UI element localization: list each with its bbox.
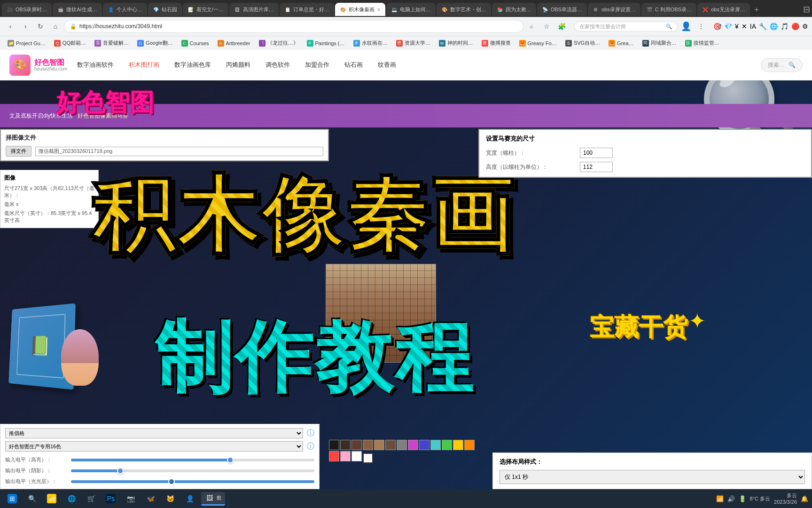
bookmark-dragon[interactable]: 《 《龙过往…》 — [255, 38, 302, 49]
width-input[interactable] — [580, 148, 613, 158]
star-button[interactable]: ☆ — [540, 20, 554, 33]
tab-housezhitu[interactable]: 🎨 积木像秦画 ✕ — [335, 3, 385, 16]
bookmark-project[interactable]: 📁 Project Gu… — [4, 38, 49, 49]
color-swatch-pink[interactable] — [340, 451, 351, 461]
taskbar-user[interactable]: 👤 — [181, 492, 198, 505]
taskbar-cat[interactable]: 🐱 — [162, 492, 179, 505]
profile-button[interactable]: 👤 — [679, 20, 693, 33]
secondary-search[interactable]: 在家报考注册会计师 🔍 — [574, 22, 678, 32]
layout-select[interactable]: 仅 1x1 秒 — [500, 470, 805, 484]
settings-button[interactable]: ⋮ — [695, 20, 708, 33]
taskbar-active-app[interactable]: 🖼 图 — [201, 492, 225, 506]
height-input[interactable] — [580, 162, 613, 172]
volume-tray-icon[interactable]: 🔊 — [727, 495, 735, 502]
bookmark-water[interactable]: 水 水纹画在… — [350, 38, 391, 49]
taskbar-file-explorer[interactable]: 📁 — [43, 492, 60, 505]
bookmark-artbreeder[interactable]: A Artbreeder — [214, 38, 254, 49]
bookmark-grea[interactable]: 🦊 Grea… — [605, 38, 637, 49]
forward-button[interactable]: › — [19, 20, 32, 33]
new-tab-button[interactable]: ＋ — [753, 5, 760, 15]
back-button[interactable]: ‹ — [4, 20, 17, 33]
ext-icon-10[interactable]: ⚙ — [802, 23, 808, 30]
tab-obs[interactable]: 🎥 OBS录屏时… — [2, 3, 52, 16]
taskbar-search[interactable]: 🔍 — [23, 492, 40, 505]
bookmark-greasy[interactable]: 🦊 Greasy Fo… — [515, 38, 561, 49]
taskbar-butterfly[interactable]: 🦋 — [142, 492, 159, 505]
ext-icon-5[interactable]: IA — [750, 23, 756, 30]
nav-incense[interactable]: 纹香画 — [375, 59, 399, 71]
bookmark-health[interactable]: 疫 疫情监管… — [681, 38, 723, 49]
start-button[interactable]: ⊞ — [4, 492, 21, 505]
color-swatch-yellow[interactable] — [453, 440, 463, 450]
bookmark-domain[interactable]: 同 同域聚合… — [639, 38, 680, 49]
color-swatch-green[interactable] — [442, 440, 452, 450]
tab-teach[interactable]: 📚 因为太教… — [492, 3, 536, 16]
shadow-thumb[interactable] — [117, 468, 124, 474]
color-swatch-darkbrown[interactable] — [340, 440, 351, 450]
color-swatch-black[interactable] — [329, 440, 339, 450]
file-path-input[interactable] — [35, 147, 323, 156]
address-bar[interactable]: 🔒 https://housezhitu.com/3049.html — [64, 20, 523, 33]
color-swatch-blue[interactable] — [419, 440, 429, 450]
color-swatch-brown[interactable] — [351, 440, 362, 450]
site-search[interactable]: 搜索… 🔍 — [761, 58, 803, 72]
ext-icon-1[interactable]: 🎯 — [713, 23, 721, 30]
font-style-select[interactable]: 推倡格 — [5, 428, 303, 438]
brightness-thumb[interactable] — [227, 457, 234, 463]
color-swatch-red[interactable] — [329, 451, 339, 461]
bookmark-wp[interactable]: W 神的时间… — [435, 38, 477, 49]
tab-obs-settings[interactable]: ⚙ obs录屏设置… — [588, 3, 640, 16]
ext-icon-3[interactable]: ¥ — [735, 23, 739, 30]
color-swatch-light-tan[interactable] — [374, 440, 384, 450]
info-icon-1[interactable]: ⓘ — [307, 429, 314, 438]
nav-color-lib[interactable]: 数字油画色库 — [172, 59, 214, 71]
taskbar-edge[interactable]: 🌐 — [63, 492, 80, 505]
color-swatch-purple[interactable] — [408, 440, 418, 450]
ext-icon-4[interactable]: ✕ — [742, 23, 747, 30]
bookmark-google[interactable]: G Google翻… — [133, 38, 176, 49]
bookmark-weibo[interactable]: 微 微搏搜查 — [478, 38, 515, 49]
home-button[interactable]: ⌂ — [49, 20, 62, 33]
nav-block[interactable]: 积木图打画 — [126, 59, 162, 71]
tab-write[interactable]: 📝 着完文/一… — [183, 3, 228, 16]
tab-diamond[interactable]: 💎 钻石园 — [148, 3, 182, 16]
tab-obs-record[interactable]: 🎬 C 利用OBS录… — [641, 3, 696, 16]
minimize-button[interactable]: ⊟ — [803, 4, 810, 15]
tab-profile[interactable]: 👤 个人中心… — [103, 3, 147, 16]
color-mode-select[interactable]: 好色智图生产专用16色 — [5, 441, 303, 452]
tab-obs2[interactable]: 📡 OBS串流器… — [537, 3, 587, 16]
tab-photos[interactable]: 🖼 高清图片库… — [229, 3, 279, 16]
color-swatch-cyan[interactable] — [430, 440, 441, 450]
midtone-thumb[interactable] — [168, 478, 175, 485]
ext-icon-6[interactable]: 🔧 — [759, 23, 767, 30]
ext-icon-7[interactable]: 🌐 — [770, 23, 778, 30]
taskbar-app1[interactable]: 📷 — [122, 492, 139, 505]
info-icon-2[interactable]: ⓘ — [307, 442, 314, 452]
bookmark-svg[interactable]: S SVG自动… — [562, 38, 604, 49]
nav-acrylic[interactable]: 丙烯颜料 — [223, 59, 253, 71]
color-swatch-tan[interactable] — [363, 440, 373, 450]
bookmark-resource[interactable]: 资 资源大学… — [392, 38, 434, 49]
color-swatch-orange[interactable] — [464, 440, 475, 450]
bookmark-qq[interactable]: Q QQ邮箱… — [50, 38, 90, 49]
color-swatch-white[interactable] — [351, 451, 362, 461]
bookmark-courses[interactable]: C Courses — [178, 38, 213, 49]
bookmark-yinai[interactable]: 音 音爱破解… — [91, 38, 133, 49]
network-tray-icon[interactable]: 📶 — [716, 495, 724, 502]
ext-icon-2[interactable]: 💎 — [724, 23, 732, 30]
ext-icon-8[interactable]: 🎵 — [781, 23, 789, 30]
taskbar-photoshop[interactable]: Ps — [102, 492, 119, 505]
nav-cooperate[interactable]: 加盟合作 — [302, 59, 332, 71]
tab-ai[interactable]: 🤖 微软AI生成… — [53, 3, 102, 16]
battery-tray-icon[interactable]: 🔋 — [739, 495, 746, 502]
tab-close-icon[interactable]: ✕ — [377, 7, 381, 12]
refresh-button[interactable]: ↻ — [34, 20, 47, 33]
color-swatch-gray[interactable] — [397, 440, 407, 450]
tab-obs-fail[interactable]: ❌ obs无法录屏… — [697, 3, 750, 16]
ext-icon-9[interactable]: 🔴 — [791, 23, 799, 30]
choose-file-button[interactable]: 择文件 — [6, 146, 31, 157]
nav-digital-paint[interactable]: 数字油画软件 — [74, 59, 117, 71]
nav-color-adjust[interactable]: 调色软件 — [263, 59, 293, 71]
tab-digital-art[interactable]: 🎨 数字艺术・创… — [437, 3, 491, 16]
taskbar-store[interactable]: 🛒 — [83, 492, 100, 505]
